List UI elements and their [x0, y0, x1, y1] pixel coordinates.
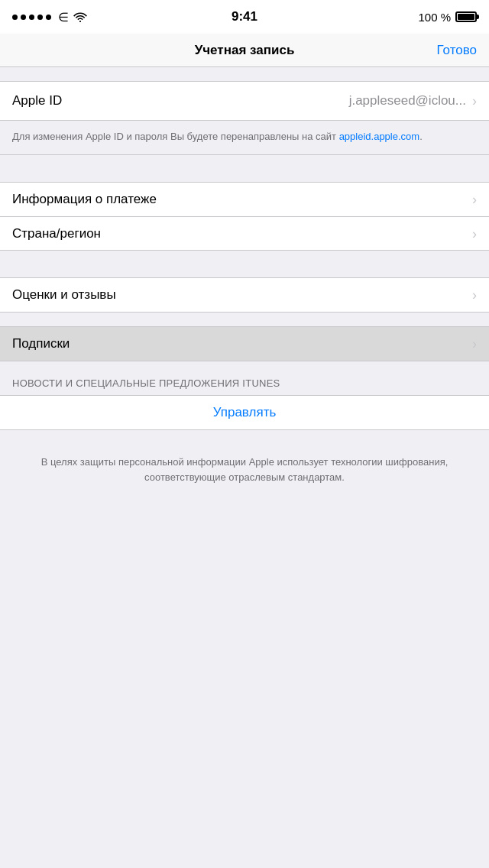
payment-info-chevron: › [472, 193, 477, 206]
wifi-icon: ∈ [58, 10, 87, 24]
footer-block: В целях защиты персональной информации A… [0, 444, 489, 500]
manage-row[interactable]: Управлять [0, 395, 489, 430]
section-gap-1 [0, 155, 489, 182]
status-bar-left: ∈ [12, 10, 87, 24]
apple-id-row[interactable]: Apple ID j.appleseed@iclou... › [0, 82, 489, 120]
footer-text: В целях защиты персональной информации A… [18, 455, 471, 484]
apple-id-link[interactable]: appleid.apple.com [339, 131, 420, 142]
country-region-row[interactable]: Страна/регион › [0, 216, 489, 250]
section-gap-2 [0, 251, 489, 277]
battery-icon [455, 11, 477, 22]
subscriptions-chevron: › [472, 337, 477, 351]
battery-percent: 100 % [418, 11, 451, 24]
section-gap-4 [0, 430, 489, 444]
apple-id-value: j.appleseed@iclou... [349, 93, 466, 108]
signal-icon [12, 15, 51, 20]
nav-title: Учетная запись [195, 43, 295, 58]
subscriptions-section: Подписки › [0, 326, 489, 361]
section-gap-3 [0, 313, 489, 326]
news-section-header: НОВОСТИ И СПЕЦИАЛЬНЫЕ ПРЕДЛОЖЕНИЯ iTunes [0, 361, 489, 395]
payment-info-label: Информация о платеже [12, 192, 472, 207]
status-bar-time: 9:41 [232, 9, 257, 24]
nav-bar: Учетная запись Готово [0, 34, 489, 67]
manage-button[interactable]: Управлять [213, 405, 277, 420]
status-bar: ∈ 9:41 100 % [0, 0, 489, 34]
country-region-chevron: › [472, 227, 477, 241]
apple-id-section: Apple ID j.appleseed@iclou... › [0, 81, 489, 121]
subscriptions-row[interactable]: Подписки › [0, 327, 489, 361]
ratings-label: Оценки и отзывы [12, 287, 472, 303]
apple-id-chevron: › [472, 94, 477, 108]
ratings-chevron: › [472, 288, 477, 302]
ratings-row[interactable]: Оценки и отзывы › [0, 278, 489, 312]
apple-id-description: Для изменения Apple ID и пароля Вы будет… [0, 121, 489, 155]
account-section: Информация о платеже › Страна/регион › [0, 182, 489, 251]
done-button[interactable]: Готово [437, 43, 478, 58]
news-header-text: НОВОСТИ И СПЕЦИАЛЬНЫЕ ПРЕДЛОЖЕНИЯ iTunes [12, 377, 280, 389]
country-region-label: Страна/регион [12, 226, 472, 241]
apple-id-label: Apple ID [12, 93, 349, 108]
payment-info-row[interactable]: Информация о платеже › [0, 183, 489, 216]
subscriptions-label: Подписки [12, 336, 472, 351]
ratings-section: Оценки и отзывы › [0, 277, 489, 313]
top-gap [0, 67, 489, 81]
description-text: Для изменения Apple ID и пароля Вы будет… [12, 131, 423, 142]
status-bar-right: 100 % [418, 11, 477, 24]
